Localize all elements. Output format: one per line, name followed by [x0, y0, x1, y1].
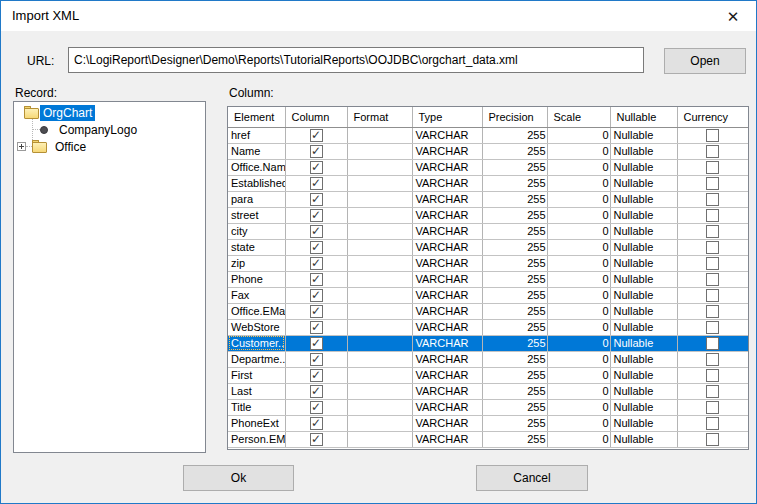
scale-cell[interactable]: 0 — [547, 191, 610, 207]
currency-checkbox[interactable] — [706, 401, 719, 414]
element-cell[interactable]: Fax — [228, 287, 285, 303]
scale-cell[interactable]: 0 — [547, 399, 610, 415]
type-cell[interactable]: VARCHAR — [412, 191, 482, 207]
scale-cell[interactable]: 0 — [547, 431, 610, 447]
precision-cell[interactable]: 255 — [482, 175, 547, 191]
element-cell[interactable]: street — [228, 207, 285, 223]
header-nullable[interactable]: Nullable — [610, 107, 677, 127]
column-cell[interactable] — [285, 239, 347, 255]
column-cell[interactable] — [285, 127, 347, 143]
currency-checkbox[interactable] — [706, 257, 719, 270]
expand-plus-icon[interactable] — [17, 142, 26, 151]
element-cell[interactable]: Departme... — [228, 351, 285, 367]
tree-item-office[interactable]: Office — [14, 138, 205, 155]
column-checkbox[interactable] — [310, 145, 323, 158]
format-cell[interactable] — [347, 271, 412, 287]
precision-cell[interactable]: 255 — [482, 399, 547, 415]
column-checkbox[interactable] — [310, 209, 323, 222]
currency-cell[interactable] — [677, 431, 748, 447]
table-row[interactable]: Phone VARCHAR 255 0 Nullable — [228, 271, 748, 287]
element-cell[interactable]: para — [228, 191, 285, 207]
nullable-cell[interactable]: Nullable — [610, 335, 677, 351]
currency-cell[interactable] — [677, 127, 748, 143]
type-cell[interactable]: VARCHAR — [412, 303, 482, 319]
nullable-cell[interactable]: Nullable — [610, 303, 677, 319]
format-cell[interactable] — [347, 431, 412, 447]
currency-cell[interactable] — [677, 415, 748, 431]
table-row[interactable]: Title VARCHAR 255 0 Nullable — [228, 399, 748, 415]
currency-checkbox[interactable] — [706, 369, 719, 382]
table-row[interactable]: Fax VARCHAR 255 0 Nullable — [228, 287, 748, 303]
column-cell[interactable] — [285, 191, 347, 207]
scale-cell[interactable]: 0 — [547, 319, 610, 335]
currency-checkbox[interactable] — [706, 193, 719, 206]
nullable-cell[interactable]: Nullable — [610, 367, 677, 383]
format-cell[interactable] — [347, 303, 412, 319]
type-cell[interactable]: VARCHAR — [412, 127, 482, 143]
table-row[interactable]: href VARCHAR 255 0 Nullable — [228, 127, 748, 143]
scale-cell[interactable]: 0 — [547, 207, 610, 223]
nullable-cell[interactable]: Nullable — [610, 271, 677, 287]
currency-checkbox[interactable] — [706, 433, 719, 446]
ok-button[interactable]: Ok — [183, 465, 294, 491]
precision-cell[interactable]: 255 — [482, 159, 547, 175]
precision-cell[interactable]: 255 — [482, 207, 547, 223]
element-cell[interactable]: First — [228, 367, 285, 383]
type-cell[interactable]: VARCHAR — [412, 399, 482, 415]
precision-cell[interactable]: 255 — [482, 143, 547, 159]
element-cell[interactable]: Title — [228, 399, 285, 415]
currency-checkbox[interactable] — [706, 129, 719, 142]
column-checkbox[interactable] — [310, 177, 323, 190]
precision-cell[interactable]: 255 — [482, 191, 547, 207]
table-row[interactable]: PhoneExt VARCHAR 255 0 Nullable — [228, 415, 748, 431]
column-cell[interactable] — [285, 335, 347, 351]
scale-cell[interactable]: 0 — [547, 287, 610, 303]
format-cell[interactable] — [347, 159, 412, 175]
currency-cell[interactable] — [677, 239, 748, 255]
column-checkbox[interactable] — [310, 417, 323, 430]
currency-cell[interactable] — [677, 223, 748, 239]
column-checkbox[interactable] — [310, 385, 323, 398]
column-cell[interactable] — [285, 383, 347, 399]
cancel-button[interactable]: Cancel — [476, 465, 588, 491]
tree-item-orgchart[interactable]: OrgChart — [14, 104, 205, 121]
nullable-cell[interactable]: Nullable — [610, 191, 677, 207]
column-cell[interactable] — [285, 223, 347, 239]
element-cell[interactable]: city — [228, 223, 285, 239]
nullable-cell[interactable]: Nullable — [610, 399, 677, 415]
type-cell[interactable]: VARCHAR — [412, 351, 482, 367]
column-checkbox[interactable] — [310, 305, 323, 318]
column-cell[interactable] — [285, 367, 347, 383]
format-cell[interactable] — [347, 415, 412, 431]
scale-cell[interactable]: 0 — [547, 223, 610, 239]
precision-cell[interactable]: 255 — [482, 303, 547, 319]
currency-checkbox[interactable] — [706, 385, 719, 398]
element-cell[interactable]: Office.EMail — [228, 303, 285, 319]
type-cell[interactable]: VARCHAR — [412, 207, 482, 223]
currency-cell[interactable] — [677, 351, 748, 367]
nullable-cell[interactable]: Nullable — [610, 287, 677, 303]
column-checkbox[interactable] — [310, 433, 323, 446]
header-scale[interactable]: Scale — [547, 107, 610, 127]
scale-cell[interactable]: 0 — [547, 383, 610, 399]
currency-cell[interactable] — [677, 175, 748, 191]
precision-cell[interactable]: 255 — [482, 255, 547, 271]
currency-checkbox[interactable] — [706, 337, 719, 350]
nullable-cell[interactable]: Nullable — [610, 319, 677, 335]
element-cell[interactable]: WebStore — [228, 319, 285, 335]
element-cell[interactable]: Last — [228, 383, 285, 399]
column-checkbox[interactable] — [310, 257, 323, 270]
scale-cell[interactable]: 0 — [547, 255, 610, 271]
header-format[interactable]: Format — [347, 107, 412, 127]
currency-cell[interactable] — [677, 191, 748, 207]
column-checkbox[interactable] — [310, 193, 323, 206]
element-cell[interactable]: Person.EMail — [228, 431, 285, 447]
scale-cell[interactable]: 0 — [547, 159, 610, 175]
element-cell[interactable]: Phone — [228, 271, 285, 287]
nullable-cell[interactable]: Nullable — [610, 239, 677, 255]
scale-cell[interactable]: 0 — [547, 271, 610, 287]
currency-cell[interactable] — [677, 399, 748, 415]
currency-cell[interactable] — [677, 383, 748, 399]
currency-checkbox[interactable] — [706, 209, 719, 222]
table-row[interactable]: Office.Name VARCHAR 255 0 Nullable — [228, 159, 748, 175]
